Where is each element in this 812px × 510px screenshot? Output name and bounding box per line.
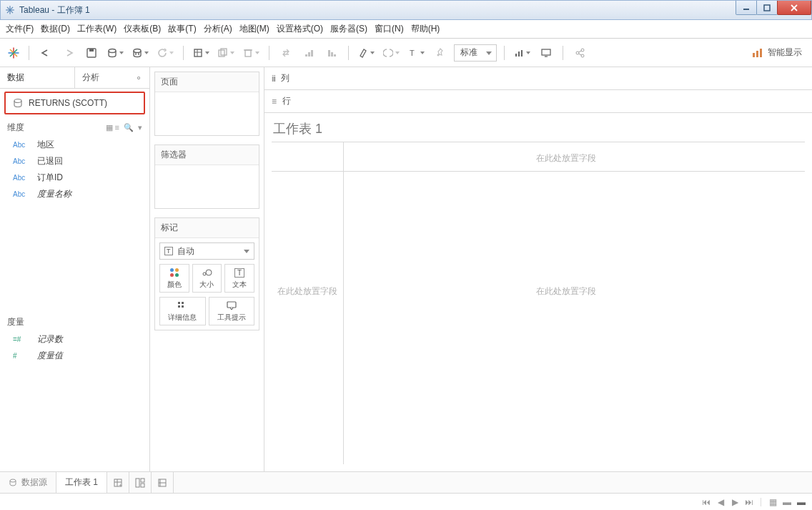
toolbar-separator	[504, 46, 505, 60]
fit-selector[interactable]: 标准	[454, 44, 497, 62]
first-button[interactable]: ⏮	[701, 497, 711, 507]
new-story-tab[interactable]	[152, 472, 174, 493]
view-toggle-icon[interactable]: ▦ ≡	[106, 123, 119, 132]
save-button[interactable]	[82, 44, 101, 62]
color-button[interactable]: 颜色	[159, 264, 189, 293]
datasource-tab[interactable]: 数据源	[0, 472, 56, 493]
field-name: 订单ID	[37, 172, 63, 184]
measures-header: 度量	[0, 312, 149, 331]
tab-analytics[interactable]: 分析 ⚬	[74, 67, 149, 88]
statusbar: ⏮ ◀ ▶ ⏭ ▦ ▬ ▬	[0, 493, 812, 510]
mark-type-selector[interactable]: T自动	[159, 242, 254, 260]
maximize-button[interactable]	[756, 1, 778, 15]
new-datasource-button[interactable]	[105, 44, 126, 62]
sort-asc-button[interactable]	[299, 44, 318, 62]
menu-map[interactable]: 地图(M)	[239, 23, 269, 35]
abc-icon: Abc	[13, 174, 31, 182]
menu-dashboard[interactable]: 仪表板(B)	[124, 23, 161, 35]
view-canvas[interactable]: 在此处放置字段 在此处放置字段 在此处放置字段	[272, 142, 805, 464]
dimension-field[interactable]: Abc已退回	[0, 153, 149, 170]
menu-format[interactable]: 设置格式(O)	[277, 23, 323, 35]
detail-button[interactable]: 详细信息	[159, 297, 206, 325]
text-button[interactable]: T 文本	[224, 264, 254, 293]
labels-button[interactable]: T	[406, 44, 427, 62]
menu-window[interactable]: 窗口(N)	[375, 23, 404, 35]
menu-help[interactable]: 帮助(H)	[411, 23, 440, 35]
svg-rect-22	[221, 49, 227, 55]
tooltip-icon	[227, 300, 237, 311]
dimension-field[interactable]: Abc度量名称	[0, 186, 149, 202]
drop-hint-left: 在此处放置字段	[277, 285, 337, 298]
search-fields-icon[interactable]: 🔍	[124, 123, 134, 132]
measure-field[interactable]: #度量值	[0, 348, 149, 364]
field-name: 度量值	[37, 350, 63, 362]
marks-card: 标记 T自动 颜色 大小 T 文本	[154, 217, 259, 330]
measure-field[interactable]: =#记录数	[0, 331, 149, 348]
measures-label: 度量	[7, 316, 24, 328]
clear-button[interactable]	[241, 44, 262, 62]
grid-view-icon[interactable]: ▦	[768, 497, 778, 507]
tableau-start-icon[interactable]	[6, 45, 21, 61]
highlight-button[interactable]	[356, 44, 377, 62]
menu-file[interactable]: 文件(F)	[6, 23, 34, 35]
last-button[interactable]: ⏭	[744, 497, 754, 507]
columns-shelf[interactable]: iii列	[264, 67, 812, 90]
drop-hint-center: 在此处放置字段	[536, 285, 596, 298]
swap-button[interactable]	[277, 44, 295, 62]
menu-analysis[interactable]: 分析(A)	[204, 23, 232, 35]
filters-card[interactable]: 筛选器	[154, 144, 259, 209]
svg-rect-27	[311, 50, 313, 57]
tooltip-button[interactable]: 工具提示	[209, 297, 255, 325]
svg-rect-51	[182, 305, 184, 308]
show-cards-button[interactable]	[512, 44, 533, 62]
tab-data[interactable]: 数据	[0, 67, 74, 88]
rows-icon: ≡	[272, 97, 277, 107]
svg-rect-52	[227, 302, 236, 308]
main-area: 数据 分析 ⚬ RETURNS (SCOTT) 维度 ▦ ≡ 🔍 ▾ Abc地区…	[0, 67, 812, 471]
size-button[interactable]: 大小	[192, 264, 222, 293]
worksheet-title[interactable]: 工作表 1	[264, 113, 812, 142]
minimize-button[interactable]	[736, 1, 757, 15]
new-worksheet-button[interactable]	[191, 44, 212, 62]
abc-icon: Abc	[13, 190, 31, 198]
prev-button[interactable]: ◀	[716, 497, 726, 507]
showme-label: 智能显示	[768, 46, 802, 59]
menu-server[interactable]: 服务器(S)	[330, 23, 367, 35]
undo-button[interactable]	[36, 44, 55, 62]
new-worksheet-tab[interactable]: +	[107, 472, 129, 493]
dimension-field[interactable]: Abc订单ID	[0, 170, 149, 186]
analytics-options-icon[interactable]: ⚬	[135, 73, 142, 83]
toolbar-separator	[29, 46, 29, 60]
sheet-tab[interactable]: 工作表 1	[56, 472, 107, 493]
svg-rect-60	[141, 484, 144, 487]
fields-menu-icon[interactable]: ▾	[138, 123, 142, 132]
svg-rect-34	[521, 50, 523, 57]
dimension-field[interactable]: Abc地区	[0, 137, 149, 153]
sort-desc-button[interactable]	[322, 44, 341, 62]
pages-card[interactable]: 页面	[154, 72, 259, 136]
titlebar: Tableau - 工作簿 1	[0, 0, 812, 20]
slideshow-view-icon[interactable]: ▬	[782, 497, 792, 507]
menu-story[interactable]: 故事(T)	[168, 23, 196, 35]
menu-worksheet[interactable]: 工作表(W)	[77, 23, 117, 35]
presentation-button[interactable]	[537, 44, 555, 62]
refresh-button[interactable]	[155, 44, 176, 62]
sheet-tabs: 数据源 工作表 1 +	[0, 471, 812, 493]
pin-button[interactable]	[431, 44, 450, 62]
datasource-row[interactable]: RETURNS (SCOTT)	[4, 92, 145, 114]
group-button[interactable]	[381, 44, 402, 62]
next-button[interactable]: ▶	[730, 497, 740, 507]
new-dashboard-tab[interactable]	[129, 472, 152, 493]
close-button[interactable]	[777, 1, 811, 15]
pause-updates-button[interactable]	[130, 44, 151, 62]
size-label: 大小	[199, 280, 214, 290]
redo-button[interactable]	[59, 44, 78, 62]
tab-analytics-label: 分析	[82, 72, 99, 84]
rows-shelf[interactable]: ≡行	[264, 90, 812, 113]
svg-rect-29	[331, 52, 333, 57]
duplicate-button[interactable]	[216, 44, 237, 62]
menu-data[interactable]: 数据(D)	[41, 23, 70, 35]
filmstrip-view-icon[interactable]: ▬	[796, 497, 806, 507]
showme-button[interactable]: 智能显示	[748, 46, 806, 59]
share-button[interactable]	[570, 44, 589, 62]
